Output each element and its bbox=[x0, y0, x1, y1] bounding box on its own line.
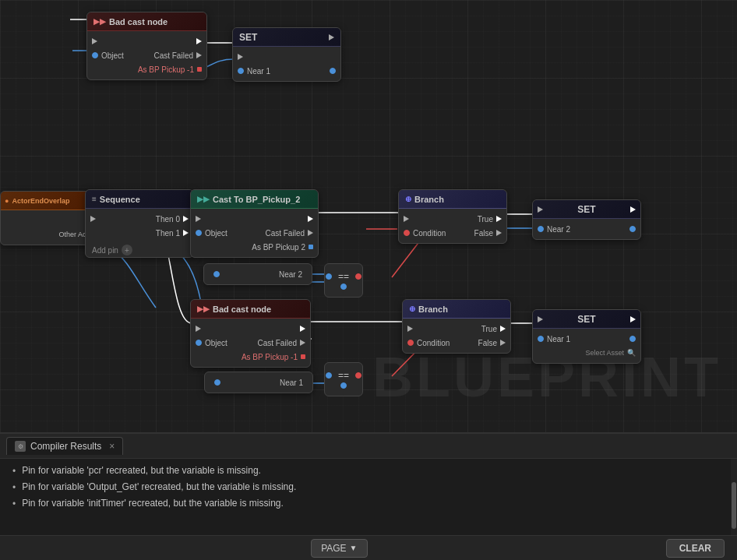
sequence-add-pin[interactable]: Add pin + bbox=[86, 243, 193, 257]
node-equals-top[interactable]: == bbox=[324, 263, 363, 298]
node-header-cast-pickup2: ▶▶ Cast To BP_Pickup_2 bbox=[191, 190, 318, 209]
node-header-bad-cast-top: ▶▶ Bad cast node bbox=[87, 12, 206, 31]
page-label: PAGE bbox=[321, 543, 346, 554]
scrollbar-thumb[interactable] bbox=[732, 482, 736, 529]
node-branch1[interactable]: ⊕ Branch True Condition False bbox=[398, 189, 507, 244]
compiler-footer: PAGE ▼ CLEAR bbox=[0, 535, 737, 560]
compiler-message-1: • Pin for variable 'pcr' recreated, but … bbox=[12, 465, 725, 477]
node-bad-cast-mid[interactable]: ▶▶ Bad cast node Object Cast Failed As B… bbox=[190, 299, 311, 368]
node-cast-pickup2[interactable]: ▶▶ Cast To BP_Pickup_2 Object Cast Faile… bbox=[190, 189, 319, 258]
clear-button[interactable]: CLEAR bbox=[666, 539, 725, 558]
compiler-results-tab[interactable]: ⚙ Compiler Results × bbox=[6, 437, 123, 455]
node-header-bad-cast-mid: ▶▶ Bad cast node bbox=[191, 300, 310, 319]
scrollbar-track[interactable] bbox=[731, 459, 737, 535]
node-body-set-top: Near 1 bbox=[233, 47, 340, 81]
blueprint-canvas[interactable]: BLUEPRINT bbox=[0, 0, 737, 432]
node-body-bad-cast-top: Object Cast Failed As BP Pickup -1 bbox=[87, 31, 206, 79]
node-set-top[interactable]: SET Near 1 bbox=[232, 27, 341, 82]
compiler-panel: ⚙ Compiler Results × • Pin for variable … bbox=[0, 432, 737, 560]
node-sequence[interactable]: ≡ Sequence Then 0 Then 1 Add pin + bbox=[85, 189, 194, 258]
node-branch2[interactable]: ⊕ Branch True Condition False bbox=[402, 299, 511, 354]
compiler-message-3: • Pin for variable 'initTimer' recreated… bbox=[12, 498, 725, 509]
node-set-near2[interactable]: SET Near 2 bbox=[532, 199, 641, 240]
compiler-tabs: ⚙ Compiler Results × bbox=[0, 434, 737, 459]
node-bad-cast-top[interactable]: ▶▶ Bad cast node Object Cast Failed As B… bbox=[86, 12, 207, 80]
compiler-tab-label: Compiler Results bbox=[30, 441, 101, 452]
page-chevron-icon: ▼ bbox=[350, 544, 358, 552]
node-near2-compare[interactable]: Near 2 bbox=[203, 263, 312, 285]
node-header-set-top: SET bbox=[233, 28, 340, 47]
page-button[interactable]: PAGE ▼ bbox=[311, 539, 367, 558]
compiler-message-2: • Pin for variable 'Output_Get' recreate… bbox=[12, 481, 725, 493]
node-header-set-near2: SET bbox=[533, 200, 640, 219]
node-equals-bottom[interactable]: == bbox=[324, 362, 363, 396]
node-header-sequence: ≡ Sequence bbox=[86, 190, 193, 209]
compiler-tab-icon: ⚙ bbox=[15, 441, 26, 452]
node-near1-compare[interactable]: Near 1 bbox=[204, 372, 313, 393]
compiler-tab-close[interactable]: × bbox=[109, 441, 115, 452]
node-header-set-near1: SET bbox=[533, 310, 640, 329]
node-header-branch2: ⊕ Branch bbox=[403, 300, 510, 319]
node-header-branch1: ⊕ Branch bbox=[399, 190, 506, 209]
compiler-content: • Pin for variable 'pcr' recreated, but … bbox=[0, 459, 737, 535]
node-set-near1[interactable]: SET Near 1 Select Asset 🔍 bbox=[532, 309, 641, 364]
